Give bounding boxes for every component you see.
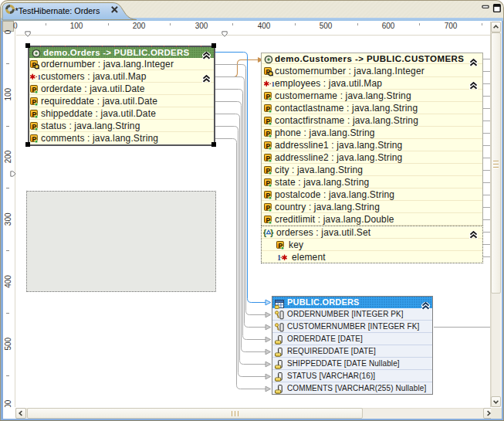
svg-text:{: { (263, 228, 266, 237)
svg-text:}: } (270, 228, 273, 237)
svg-text:1: 1 (277, 254, 281, 262)
